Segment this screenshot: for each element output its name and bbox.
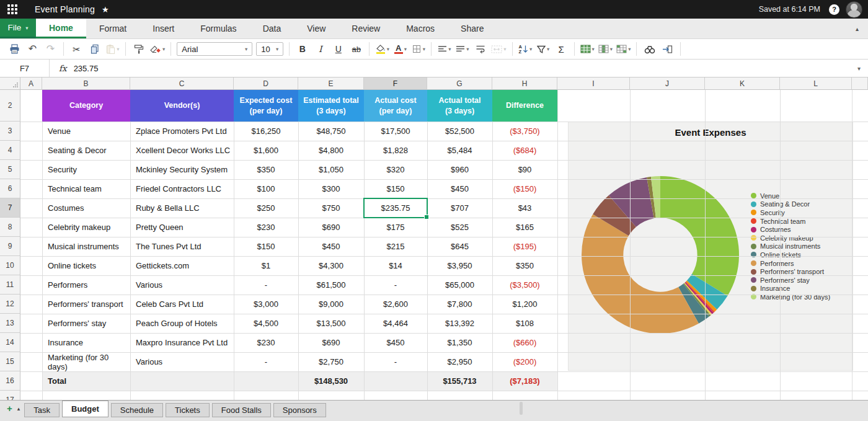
cell-D3[interactable]: $16,250	[234, 122, 298, 141]
cell-F14[interactable]: $450	[364, 333, 427, 352]
filter-button[interactable]: ▾	[534, 41, 552, 57]
row-header-5[interactable]: 5	[0, 160, 20, 179]
sheet-list-icon[interactable]: ▴	[16, 401, 25, 412]
menu-item-share[interactable]: Share	[448, 19, 497, 38]
formula-bar-expand-icon[interactable]: ▾	[850, 65, 868, 72]
column-header-H[interactable]: H	[492, 78, 557, 90]
cell-F10[interactable]: $14	[364, 256, 427, 275]
cell-E5[interactable]: $1,050	[298, 160, 364, 179]
row-header-4[interactable]: 4	[0, 141, 20, 160]
cut-button[interactable]: ✂	[68, 41, 86, 57]
row-header-6[interactable]: 6	[0, 179, 20, 198]
cell-C3[interactable]: Zplace Promoters Pvt Ltd	[130, 122, 234, 141]
cell-B9[interactable]: Musical instruments	[42, 237, 130, 256]
cell-D4[interactable]: $1,600	[234, 141, 298, 160]
donut-slice-venue[interactable]	[660, 176, 739, 296]
sheet-tab-task[interactable]: Task	[24, 403, 60, 417]
find-button[interactable]	[640, 41, 658, 57]
format-painter-button[interactable]	[130, 41, 148, 57]
sheet-tab-tickets[interactable]: Tickets	[166, 403, 210, 417]
row-header-3[interactable]: 3	[0, 122, 20, 141]
row-header-13[interactable]: 13	[0, 314, 20, 333]
cell-E4[interactable]: $4,800	[298, 141, 364, 160]
cell-G9[interactable]: $645	[427, 237, 492, 256]
cell-F5[interactable]: $320	[364, 160, 427, 179]
cell-C7[interactable]: Ruby & Bella LLC	[130, 198, 234, 218]
sheet-tab-sponsors[interactable]: Sponsors	[273, 403, 326, 417]
cell-name-box[interactable]: F7	[0, 60, 50, 77]
menu-item-view[interactable]: View	[294, 19, 339, 38]
strikethrough-button[interactable]: ab	[347, 41, 365, 57]
font-family-select[interactable]: Arial▾	[177, 42, 252, 56]
cell-B3[interactable]: Venue	[42, 122, 130, 141]
cell-B6[interactable]: Technical team	[42, 179, 130, 198]
column-header-F[interactable]: F	[364, 78, 427, 90]
menu-item-review[interactable]: Review	[339, 19, 393, 38]
cell-F11[interactable]: -	[364, 275, 427, 295]
cell-D6[interactable]: $100	[234, 179, 298, 198]
column-header-I[interactable]: I	[557, 78, 630, 90]
add-sheet-button[interactable]: +	[0, 401, 16, 413]
cell-H7[interactable]: $43	[492, 198, 557, 218]
sort-button[interactable]: AZ▾	[516, 41, 534, 57]
cell-C14[interactable]: Maxpro Insurance Pvt Ltd	[130, 333, 234, 352]
copy-button[interactable]	[86, 41, 104, 57]
formula-input[interactable]: 235.75	[74, 64, 99, 73]
cell-E16[interactable]: $148,530	[298, 371, 364, 391]
menu-item-home[interactable]: Home	[36, 19, 86, 38]
cell-E6[interactable]: $300	[298, 179, 364, 198]
font-color-button[interactable]: A▾	[391, 41, 409, 57]
cell-E8[interactable]: $690	[298, 218, 364, 237]
cell-B14[interactable]: Insurance	[42, 333, 130, 352]
cell-E3[interactable]: $48,750	[298, 122, 364, 141]
print-button[interactable]	[6, 41, 24, 57]
cell-H3[interactable]: ($3,750)	[492, 122, 557, 141]
cell-H10[interactable]: $350	[492, 256, 557, 275]
cell-B12[interactable]: Performers' transport	[42, 295, 130, 314]
cell-G4[interactable]: $5,484	[427, 141, 492, 160]
sheet-tab-schedule[interactable]: Schedule	[111, 403, 163, 417]
column-header-J[interactable]: J	[630, 78, 705, 90]
cell-F8[interactable]: $175	[364, 218, 427, 237]
cell-D14[interactable]: $230	[234, 333, 298, 352]
cell-G13[interactable]: $13,392	[427, 314, 492, 333]
cell-B4[interactable]: Seating & Decor	[42, 141, 130, 160]
user-avatar[interactable]	[846, 1, 862, 18]
cell-C15[interactable]: Various	[130, 352, 234, 371]
cell-G11[interactable]: $65,000	[427, 275, 492, 295]
menu-item-macros[interactable]: Macros	[393, 19, 448, 38]
insert-cells-button[interactable]: ▾	[614, 41, 632, 57]
cell-H12[interactable]: $1,200	[492, 295, 557, 314]
cell-B7[interactable]: Costumes	[42, 198, 130, 218]
donut-slice-performers[interactable]	[582, 214, 699, 334]
cell-C4[interactable]: Xcellent Decor Works LLC	[130, 141, 234, 160]
collapse-ribbon-icon[interactable]: ▴	[846, 19, 868, 38]
cell-B16[interactable]: Total	[42, 371, 130, 391]
cell-B10[interactable]: Online tickets	[42, 256, 130, 275]
cell-E12[interactable]: $9,000	[298, 295, 364, 314]
cell-E10[interactable]: $4,300	[298, 256, 364, 275]
cell-C12[interactable]: Celeb Cars Pvt Ltd	[130, 295, 234, 314]
column-header-K[interactable]: K	[705, 78, 780, 90]
menu-item-format[interactable]: Format	[86, 19, 140, 38]
cell-G14[interactable]: $1,350	[427, 333, 492, 352]
row-header-12[interactable]: 12	[0, 295, 20, 314]
favorite-star-icon[interactable]: ★	[102, 5, 109, 14]
file-menu-button[interactable]: File▾	[0, 19, 36, 38]
underline-button[interactable]: U	[329, 41, 347, 57]
italic-button[interactable]: I	[311, 41, 329, 57]
cell-H13[interactable]: $108	[492, 314, 557, 333]
cell-G10[interactable]: $3,950	[427, 256, 492, 275]
cell-D7[interactable]: $250	[234, 198, 298, 218]
cell-D11[interactable]: -	[234, 275, 298, 295]
cell-G15[interactable]: $2,950	[427, 352, 492, 371]
column-header-C[interactable]: C	[130, 78, 234, 90]
sum-button[interactable]: Σ	[552, 41, 570, 57]
cell-D12[interactable]: $3,000	[234, 295, 298, 314]
row-header-9[interactable]: 9	[0, 237, 20, 256]
cell-G7[interactable]: $707	[427, 198, 492, 218]
column-header-E[interactable]: E	[298, 78, 364, 90]
insert-column-button[interactable]: ▾	[596, 41, 614, 57]
column-header-partial[interactable]	[852, 78, 868, 90]
cell-B8[interactable]: Celebrity makeup	[42, 218, 130, 237]
